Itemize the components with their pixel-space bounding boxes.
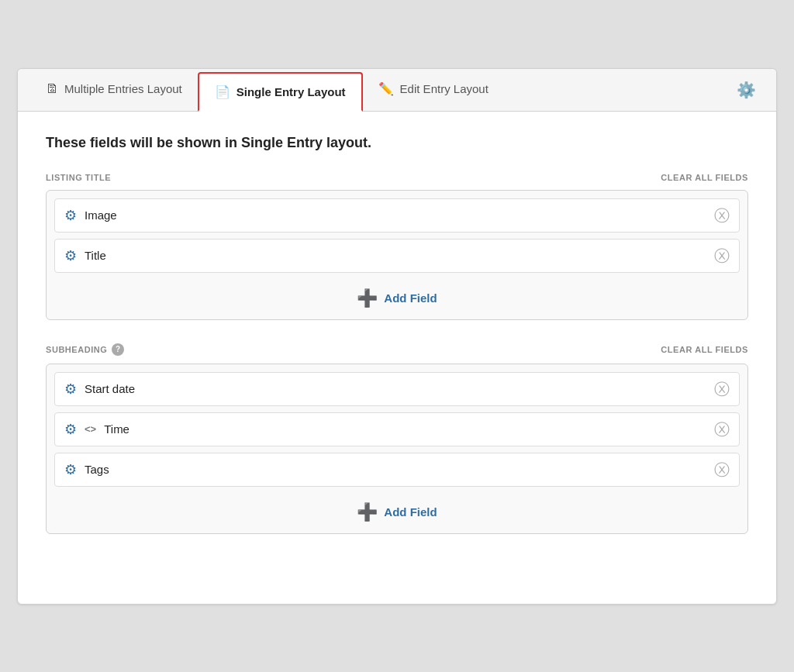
table-row: ⚙ Tags ⓧ xyxy=(54,453,740,487)
code-icon-time: <> xyxy=(85,423,96,435)
main-content: These fields will be shown in Single Ent… xyxy=(18,112,776,581)
remove-image-button[interactable]: ⓧ xyxy=(714,208,730,223)
section-subheading: SUBHEADING ? CLEAR ALL FIELDS ⚙ Start da… xyxy=(46,343,748,534)
main-container: 🖺 Multiple Entries Layout 📄 Single Entry… xyxy=(17,68,777,605)
gear-icon-tags[interactable]: ⚙ xyxy=(64,461,77,478)
remove-start-date-button[interactable]: ⓧ xyxy=(714,381,730,397)
add-field-subheading-plus-icon: ➕ xyxy=(357,504,378,521)
gear-icon-title[interactable]: ⚙ xyxy=(64,247,77,264)
field-name-start-date: Start date xyxy=(85,382,706,395)
tab-single-entry-label: Single Entry Layout xyxy=(236,85,346,98)
remove-time-button[interactable]: ⓧ xyxy=(714,422,730,437)
section-listing-title: LISTING TITLE CLEAR ALL FIELDS ⚙ Image ⓧ… xyxy=(46,173,748,320)
clear-all-subheading-button[interactable]: CLEAR ALL FIELDS xyxy=(661,345,748,354)
help-icon-subheading[interactable]: ? xyxy=(112,343,124,356)
gear-icon-image[interactable]: ⚙ xyxy=(64,207,77,224)
settings-button[interactable]: ⚙️ xyxy=(729,73,764,107)
add-field-subheading-label: Add Field xyxy=(384,505,437,519)
subheading-fields-box: ⚙ Start date ⓧ ⚙ <> Time ⓧ ⚙ Tags ⓧ xyxy=(46,364,748,534)
section-subheading-header: SUBHEADING ? CLEAR ALL FIELDS xyxy=(46,343,748,356)
field-name-title: Title xyxy=(85,249,706,262)
remove-tags-button[interactable]: ⓧ xyxy=(714,462,730,477)
gear-icon-time[interactable]: ⚙ xyxy=(64,421,77,438)
add-field-listing-title-button[interactable]: ➕ Add Field xyxy=(54,279,740,312)
field-name-time: Time xyxy=(104,422,706,436)
tab-bar: 🖺 Multiple Entries Layout 📄 Single Entry… xyxy=(18,69,776,112)
table-row: ⚙ Title ⓧ xyxy=(54,239,740,273)
gear-icon-start-date[interactable]: ⚙ xyxy=(64,381,77,398)
tab-edit-entry[interactable]: ✏️ Edit Entry Layout xyxy=(363,71,504,109)
field-name-tags: Tags xyxy=(85,463,706,476)
field-name-image: Image xyxy=(85,208,706,222)
multiple-entries-icon: 🖺 xyxy=(46,82,58,96)
tab-multiple-entries-label: Multiple Entries Layout xyxy=(64,82,182,95)
page-description: These fields will be shown in Single Ent… xyxy=(46,135,748,151)
section-subheading-label: SUBHEADING ? xyxy=(46,343,124,356)
tab-multiple-entries[interactable]: 🖺 Multiple Entries Layout xyxy=(30,71,198,109)
add-field-listing-title-label: Add Field xyxy=(384,291,437,305)
settings-icon: ⚙️ xyxy=(737,81,756,98)
table-row: ⚙ Image ⓧ xyxy=(54,198,740,233)
edit-entry-icon: ✏️ xyxy=(378,81,394,96)
tab-single-entry[interactable]: 📄 Single Entry Layout xyxy=(198,72,363,112)
single-entry-icon: 📄 xyxy=(215,84,230,99)
add-field-plus-icon: ➕ xyxy=(357,290,378,307)
clear-all-listing-title-button[interactable]: CLEAR ALL FIELDS xyxy=(661,173,748,182)
listing-title-fields-box: ⚙ Image ⓧ ⚙ Title ⓧ ➕ Add Field xyxy=(46,190,748,320)
tab-edit-entry-label: Edit Entry Layout xyxy=(400,82,488,95)
add-field-subheading-button[interactable]: ➕ Add Field xyxy=(54,493,740,526)
table-row: ⚙ Start date ⓧ xyxy=(54,372,740,406)
section-listing-title-header: LISTING TITLE CLEAR ALL FIELDS xyxy=(46,173,748,182)
section-listing-title-label: LISTING TITLE xyxy=(46,173,111,182)
table-row: ⚙ <> Time ⓧ xyxy=(54,412,740,446)
remove-title-button[interactable]: ⓧ xyxy=(714,248,730,264)
